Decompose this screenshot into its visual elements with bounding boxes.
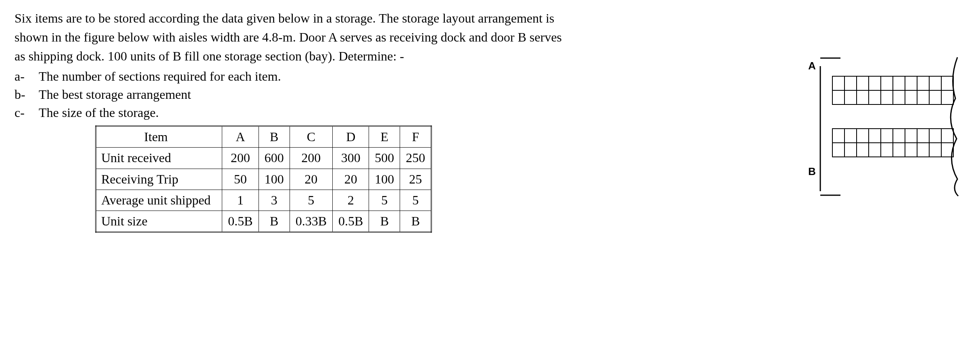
cell: 5 bbox=[369, 190, 400, 211]
question-c-label: c- bbox=[15, 104, 31, 121]
question-b-text: The best storage arrangement bbox=[39, 86, 191, 103]
cell: 2 bbox=[333, 190, 369, 211]
cell: 250 bbox=[400, 148, 432, 169]
cell: 100 bbox=[259, 169, 290, 190]
question-c-text: The size of the storage. bbox=[39, 104, 159, 121]
cell: 0.5B bbox=[333, 211, 369, 232]
row-label: Receiving Trip bbox=[96, 169, 222, 190]
question-a-label: a- bbox=[15, 68, 31, 85]
prompt-line-2: shown in the figure below with aisles wi… bbox=[15, 29, 780, 46]
cell: 0.33B bbox=[290, 211, 332, 232]
cell: 500 bbox=[369, 148, 400, 169]
row-label: Unit size bbox=[96, 211, 222, 232]
col-A: A bbox=[222, 126, 259, 148]
table-row: Average unit shipped 1 3 5 2 5 5 bbox=[96, 190, 432, 211]
col-C: C bbox=[290, 126, 332, 148]
cell: 25 bbox=[400, 169, 432, 190]
door-a-label: A bbox=[808, 60, 816, 72]
prompt-line-1: Six items are to be stored according the… bbox=[15, 10, 780, 27]
storage-layout-figure: A B bbox=[796, 54, 965, 204]
col-E: E bbox=[369, 126, 400, 148]
question-a: a- The number of sections required for e… bbox=[15, 68, 780, 85]
cell: 600 bbox=[259, 148, 290, 169]
table-row: Unit size 0.5B B 0.33B 0.5B B B bbox=[96, 211, 432, 232]
col-B: B bbox=[259, 126, 290, 148]
cell: 200 bbox=[290, 148, 332, 169]
table-row: Receiving Trip 50 100 20 20 100 25 bbox=[96, 169, 432, 190]
table-row: Unit received 200 600 200 300 500 250 bbox=[96, 148, 432, 169]
cell: 0.5B bbox=[222, 211, 259, 232]
cell: B bbox=[400, 211, 432, 232]
cell: 5 bbox=[400, 190, 432, 211]
question-b-label: b- bbox=[15, 86, 31, 103]
cell: 5 bbox=[290, 190, 332, 211]
row-label: Average unit shipped bbox=[96, 190, 222, 211]
data-table: Item A B C D E F Unit received 200 600 2… bbox=[95, 125, 432, 233]
door-b-label: B bbox=[808, 165, 816, 177]
cell: B bbox=[369, 211, 400, 232]
cell: 3 bbox=[259, 190, 290, 211]
cell: 100 bbox=[369, 169, 400, 190]
cell: 50 bbox=[222, 169, 259, 190]
cell: 300 bbox=[333, 148, 369, 169]
table-row: Item A B C D E F bbox=[96, 126, 432, 148]
prompt-line-3: as shipping dock. 100 units of B fill on… bbox=[15, 48, 780, 65]
col-F: F bbox=[400, 126, 432, 148]
question-b: b- The best storage arrangement bbox=[15, 86, 780, 103]
cell: 200 bbox=[222, 148, 259, 169]
cell: 20 bbox=[290, 169, 332, 190]
question-list: a- The number of sections required for e… bbox=[15, 68, 780, 122]
row-label: Unit received bbox=[96, 148, 222, 169]
question-c: c- The size of the storage. bbox=[15, 104, 780, 121]
cell: B bbox=[259, 211, 290, 232]
cell: 1 bbox=[222, 190, 259, 211]
cell: 20 bbox=[333, 169, 369, 190]
col-D: D bbox=[333, 126, 369, 148]
layout-svg-icon: A B bbox=[796, 54, 965, 199]
header-item: Item bbox=[96, 126, 222, 148]
question-a-text: The number of sections required for each… bbox=[39, 68, 281, 85]
